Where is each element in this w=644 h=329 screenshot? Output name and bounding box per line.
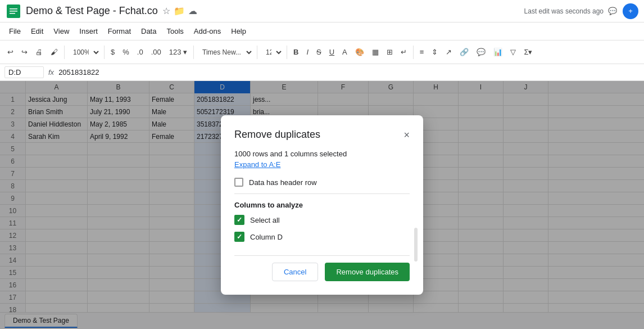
paint-format-button[interactable]: 🖌 <box>48 46 61 58</box>
svg-rect-2 <box>10 11 17 12</box>
chart-button[interactable]: 📊 <box>491 46 505 58</box>
menu-format[interactable]: Format <box>103 25 135 38</box>
more-formats-button[interactable]: 123 ▾ <box>166 46 190 58</box>
zoom-select[interactable]: 100% <box>68 46 101 59</box>
menu-tools[interactable]: Tools <box>162 25 188 38</box>
function-button[interactable]: Σ▾ <box>521 46 535 58</box>
column-d-label: Column D <box>250 233 283 241</box>
top-bar: Demo & Test Page - Fchat.co ☆ 📁 ☁ Last e… <box>0 0 644 22</box>
sheet-container: A B C D E F G H I J 1Jessica JungMay 11,… <box>0 81 644 329</box>
currency-button[interactable]: $ <box>108 46 117 58</box>
formula-value: 2051831822 <box>58 68 99 76</box>
columns-title: Columns to analyze <box>234 201 410 209</box>
font-size-select[interactable]: 12 <box>261 46 283 59</box>
modal-title: Remove duplicates <box>234 129 320 141</box>
document-title: Demo & Test Page - Fchat.co <box>26 5 158 17</box>
modal-overlay: Remove duplicates × 1000 rows and 1 colu… <box>0 81 644 329</box>
comment-button[interactable]: 💬 <box>474 46 488 58</box>
menu-data[interactable]: Data <box>137 25 161 38</box>
account-icon[interactable]: + <box>623 3 638 19</box>
comments-icon[interactable]: 💬 <box>608 7 617 15</box>
separator-5 <box>287 46 287 59</box>
redo-button[interactable]: ↪ <box>19 46 30 58</box>
borders-button[interactable]: ▦ <box>369 46 382 58</box>
separator-6 <box>413 46 414 59</box>
merge-button[interactable]: ⊞ <box>384 46 396 58</box>
halign-button[interactable]: ≡ <box>417 46 427 58</box>
toolbar: ↩ ↪ 🖨 🖌 100% $ % .0 .00 123 ▾ Times New.… <box>0 40 644 64</box>
modal-divider <box>234 193 410 194</box>
filter-button[interactable]: ▽ <box>507 46 519 58</box>
menu-file[interactable]: File <box>4 25 25 38</box>
svg-rect-3 <box>10 13 15 14</box>
bold-button[interactable]: B <box>291 46 301 58</box>
separator-4 <box>257 46 257 59</box>
link-button[interactable]: 🔗 <box>457 46 471 58</box>
font-select[interactable]: Times New... <box>197 46 253 59</box>
decimal-increase-button[interactable]: .00 <box>148 46 164 58</box>
column-d-row: Column D <box>234 232 410 242</box>
fill-color-button[interactable]: 🎨 <box>352 46 367 58</box>
svg-rect-1 <box>10 8 17 10</box>
select-all-label: Select all <box>250 216 280 224</box>
italic-button[interactable]: I <box>303 46 311 58</box>
header-row-checkbox[interactable] <box>234 178 243 187</box>
cell-reference-input[interactable] <box>4 66 44 78</box>
app-icon <box>6 3 21 19</box>
menu-help[interactable]: Help <box>226 25 251 38</box>
menu-insert[interactable]: Insert <box>75 25 102 38</box>
modal-close-button[interactable]: × <box>403 130 410 140</box>
menu-view[interactable]: View <box>49 25 74 38</box>
valign-button[interactable]: ⇕ <box>429 46 441 58</box>
modal-header: Remove duplicates × <box>234 129 410 141</box>
cloud-icon[interactable]: ☁ <box>188 6 197 16</box>
menu-addons[interactable]: Add-ons <box>189 25 225 38</box>
decimal-decrease-button[interactable]: .0 <box>134 46 146 58</box>
modal-footer: Cancel Remove duplicates <box>234 255 410 281</box>
underline-button[interactable]: U <box>326 46 337 58</box>
modal-selection-info: 1000 rows and 1 columns selected <box>234 150 410 158</box>
star-icon[interactable]: ☆ <box>162 6 170 16</box>
column-d-checkbox[interactable] <box>234 232 244 242</box>
folder-icon[interactable]: 📁 <box>174 6 185 16</box>
undo-button[interactable]: ↩ <box>4 46 16 58</box>
formula-bar: fx 2051831822 <box>0 64 644 81</box>
top-right-icons: 💬 + <box>608 3 638 19</box>
separator-2 <box>104 46 105 59</box>
remove-duplicates-modal: Remove duplicates × 1000 rows and 1 colu… <box>221 115 423 295</box>
select-all-row: Select all <box>234 215 410 225</box>
modal-expand-link[interactable]: Expand to A:E <box>234 160 410 169</box>
remove-duplicates-button[interactable]: Remove duplicates <box>325 263 410 281</box>
separator-1 <box>64 46 65 59</box>
separator-3 <box>193 46 194 59</box>
strikethrough-button[interactable]: S <box>314 46 324 58</box>
print-button[interactable]: 🖨 <box>33 46 46 58</box>
text-color-button[interactable]: A <box>339 46 350 58</box>
cancel-button[interactable]: Cancel <box>272 263 318 281</box>
wrap-button[interactable]: ↵ <box>398 46 410 58</box>
menu-bar: File Edit View Insert Format Data Tools … <box>0 22 644 40</box>
modal-scrollbar[interactable] <box>414 228 418 262</box>
menu-edit[interactable]: Edit <box>26 25 48 38</box>
last-edit-text: Last edit was seconds ago <box>524 7 604 15</box>
header-row-checkbox-row: Data has header row <box>234 178 410 187</box>
select-all-checkbox[interactable] <box>234 215 244 225</box>
title-bar-icons: ☆ 📁 ☁ <box>162 6 197 16</box>
rotate-button[interactable]: ↗ <box>443 46 455 58</box>
header-row-label: Data has header row <box>249 178 317 187</box>
formula-fx-icon: fx <box>48 68 54 76</box>
percent-button[interactable]: % <box>120 46 132 58</box>
